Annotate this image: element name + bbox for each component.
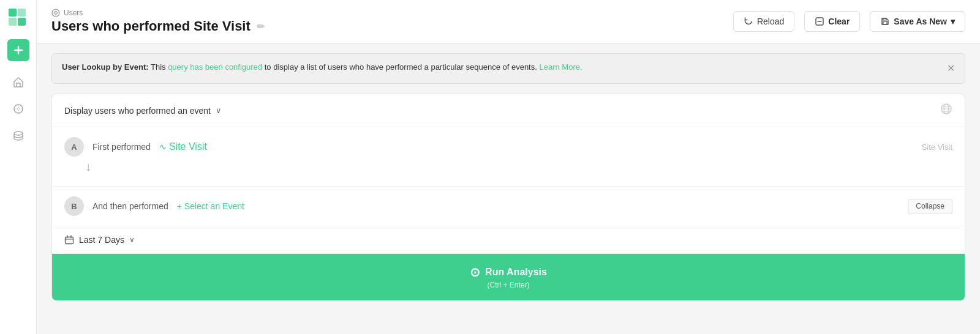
add-button[interactable] [7,39,29,61]
date-row: Last 7 Days ∨ [52,226,965,254]
svg-point-4 [14,105,23,113]
step-b-prefix: And then performed [92,201,168,211]
clear-button[interactable]: Clear [804,11,860,32]
save-as-new-chevron: ▾ [951,17,955,26]
query-type-row: Display users who performed an event ∨ [52,94,965,127]
run-analysis-subtitle: (Ctrl + Enter) [487,281,529,289]
save-as-new-label: Save As New [894,17,947,26]
svg-rect-0 [9,9,17,17]
step-a-event-name[interactable]: ∿ Site Visit [159,141,207,152]
reload-label: Reload [757,17,784,26]
run-analysis-label: Run Analysis [485,267,547,278]
svg-rect-2 [9,18,17,26]
step-a-right-label: Site Visit [922,143,952,152]
run-analysis-title: ⊙ Run Analysis [470,265,547,280]
info-banner: User Lookup by Event: This query has bee… [51,53,965,84]
sidebar-item-home[interactable] [7,71,29,93]
step-a-prefix: First performed [92,142,151,152]
breadcrumb: Users [51,9,265,17]
step-a-section: A First performed ∿ Site Visit Site Visi… [52,127,965,187]
date-chevron: ∨ [129,236,135,244]
info-banner-close[interactable]: ✕ [947,61,955,76]
sidebar-item-data[interactable] [7,125,29,147]
svg-rect-11 [66,237,74,244]
main-content: Users Users who performed Site Visit ✏ R… [37,0,980,334]
info-banner-middle: to display a list of users who have perf… [265,62,540,72]
collapse-button[interactable]: Collapse [908,199,952,213]
info-banner-desc: This [151,62,168,72]
date-label: Last 7 Days [79,235,124,245]
save-as-new-button[interactable]: Save As New ▾ [870,11,965,32]
edit-icon[interactable]: ✏ [257,21,265,32]
select-event-link[interactable]: + Select an Event [177,201,244,211]
header-left: Users Users who performed Site Visit ✏ [51,9,265,34]
query-type-label: Display users who performed an event [64,106,211,116]
svg-point-5 [14,132,23,135]
reload-button[interactable]: Reload [733,11,794,32]
step-b-row: B And then performed + Select an Event C… [64,196,952,216]
svg-rect-1 [18,9,26,17]
sidebar-item-explore[interactable] [7,98,29,120]
info-banner-link1[interactable]: query has been configured [168,62,262,72]
connector-arrow: ↓ [64,157,952,176]
sidebar-rail [0,0,37,334]
page-title: Users who performed Site Visit ✏ [51,18,265,34]
date-selector[interactable]: Last 7 Days ∨ [64,235,135,245]
play-circle-icon: ⊙ [470,265,480,280]
step-b-row-left: B And then performed + Select an Event [64,196,244,216]
svg-rect-3 [18,18,26,26]
app-logo [7,7,29,29]
run-analysis-button[interactable]: ⊙ Run Analysis (Ctrl + Enter) [52,254,965,300]
globe-icon [940,103,952,118]
header-actions: Reload Clear Save As New ▾ [733,11,965,32]
info-banner-text: User Lookup by Event: This query has bee… [62,61,937,73]
info-banner-bold: User Lookup by Event: [62,62,149,72]
header: Users Users who performed Site Visit ✏ R… [37,0,980,43]
clear-label: Clear [828,17,850,26]
step-a-row: A First performed ∿ Site Visit Site Visi… [64,137,952,157]
query-panel: Display users who performed an event ∨ A… [51,94,965,301]
query-type-selector[interactable]: Display users who performed an event ∨ [64,106,222,116]
query-type-chevron: ∨ [216,106,222,115]
step-b-section: B And then performed + Select an Event C… [52,187,965,226]
step-b-badge: B [64,196,84,216]
waveform-icon: ∿ [159,142,167,152]
step-a-badge: A [64,137,84,157]
page-title-text: Users who performed Site Visit [51,18,251,34]
content-area: User Lookup by Event: This query has bee… [37,43,980,334]
arrow-down-icon: ↓ [85,160,91,173]
step-a-event-label: Site Visit [169,141,207,152]
breadcrumb-label: Users [64,9,83,17]
info-banner-link2[interactable]: Learn More. [539,62,582,72]
